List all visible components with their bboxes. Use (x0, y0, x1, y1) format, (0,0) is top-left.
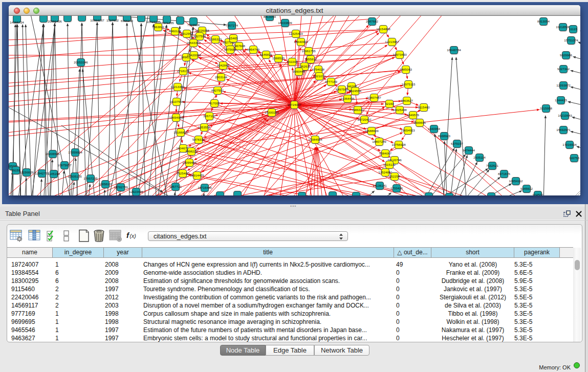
svg-text:20206536: 20206536 (46, 152, 60, 156)
svg-text:7632621: 7632621 (486, 164, 499, 167)
svg-text:18226058: 18226058 (195, 29, 209, 32)
svg-text:19654923: 19654923 (401, 128, 415, 132)
svg-text:12325419: 12325419 (289, 32, 303, 35)
svg-text:15720407: 15720407 (357, 118, 372, 121)
svg-text:9329966: 9329966 (560, 53, 573, 57)
svg-text:2935114: 2935114 (473, 156, 486, 159)
svg-text:21364436: 21364436 (340, 97, 355, 100)
svg-text:1640954: 1640954 (428, 127, 441, 130)
svg-text:19384554: 19384554 (308, 138, 322, 141)
svg-text:2967608: 2967608 (233, 44, 246, 48)
svg-text:7357274: 7357274 (226, 24, 238, 27)
svg-text:9245612: 9245612 (520, 187, 533, 190)
svg-text:9463627: 9463627 (401, 99, 413, 102)
svg-text:18724007: 18724007 (287, 103, 301, 106)
svg-text:8938923: 8938923 (438, 134, 451, 138)
svg-text:16914479: 16914479 (190, 173, 204, 177)
svg-text:8186323: 8186323 (209, 37, 222, 41)
svg-text:16154808: 16154808 (376, 27, 390, 31)
svg-text:5875685: 5875685 (224, 48, 237, 51)
svg-text:16961755: 16961755 (301, 49, 316, 53)
svg-text:16210643: 16210643 (558, 114, 572, 117)
svg-text:8454749: 8454749 (247, 48, 260, 51)
svg-text:13524851: 13524851 (378, 170, 393, 174)
svg-text:9990448: 9990448 (293, 70, 306, 73)
svg-text:1615132: 1615132 (383, 163, 396, 166)
svg-text:14055724: 14055724 (10, 20, 24, 24)
svg-text:2718176: 2718176 (177, 69, 190, 73)
svg-text:1527602: 1527602 (106, 18, 119, 22)
svg-text:9227342: 9227342 (557, 67, 570, 71)
svg-text:10025438: 10025438 (393, 108, 407, 112)
svg-text:15716485: 15716485 (198, 186, 212, 189)
svg-text:1621072: 1621072 (313, 74, 326, 78)
svg-text:6379197: 6379197 (451, 142, 464, 145)
svg-text:16782759: 16782759 (114, 185, 128, 189)
svg-text:1733426: 1733426 (390, 186, 403, 190)
svg-text:16640910: 16640910 (294, 40, 308, 43)
svg-text:14136141: 14136141 (373, 184, 387, 187)
svg-text:17016504: 17016504 (562, 143, 577, 146)
svg-text:8427552: 8427552 (211, 89, 224, 92)
svg-text:7625402: 7625402 (177, 171, 189, 175)
svg-text:16648784: 16648784 (447, 48, 461, 52)
svg-text:19166825: 19166825 (173, 130, 188, 134)
svg-text:16543382: 16543382 (186, 41, 201, 45)
svg-text:832203: 832203 (287, 60, 298, 63)
svg-text:6966160: 6966160 (121, 19, 134, 23)
svg-text:1588520: 1588520 (272, 56, 285, 60)
svg-text:8813054: 8813054 (537, 19, 550, 23)
svg-text:1145194: 1145194 (48, 172, 60, 176)
svg-text:12505135: 12505135 (68, 174, 82, 178)
svg-text:22420046: 22420046 (187, 53, 201, 57)
svg-text:1353554: 1353554 (198, 125, 211, 129)
svg-text:12213967: 12213967 (385, 40, 399, 43)
svg-text:14099483: 14099483 (182, 161, 197, 164)
svg-text:(x): (x) (130, 233, 136, 239)
svg-text:9699695: 9699695 (413, 121, 426, 124)
svg-text:116753: 116753 (569, 156, 580, 160)
svg-text:10653267: 10653267 (90, 18, 104, 22)
svg-text:15692971: 15692971 (556, 128, 571, 132)
svg-text:8912952: 8912952 (181, 32, 193, 35)
svg-text:7955812: 7955812 (304, 57, 317, 61)
svg-text:10807487: 10807487 (367, 96, 381, 99)
svg-text:10975657: 10975657 (57, 163, 72, 167)
svg-text:10756928: 10756928 (391, 143, 406, 146)
svg-text:7663822: 7663822 (152, 25, 165, 29)
svg-text:9327503: 9327503 (193, 34, 206, 38)
svg-text:16033809: 16033809 (278, 21, 292, 25)
svg-text:20691406: 20691406 (48, 19, 62, 23)
svg-text:16107554: 16107554 (169, 100, 184, 103)
svg-text:9857721: 9857721 (169, 185, 182, 188)
svg-text:20053346: 20053346 (74, 60, 88, 64)
svg-text:12213369: 12213369 (170, 85, 185, 89)
svg-text:25300203: 25300203 (265, 111, 279, 114)
svg-text:3267110: 3267110 (203, 114, 215, 118)
svg-text:12093872: 12093872 (556, 83, 571, 87)
svg-text:9115460: 9115460 (418, 105, 430, 109)
svg-text:19654985: 19654985 (169, 116, 183, 119)
svg-text:8960124: 8960124 (169, 29, 182, 33)
svg-text:15751074: 15751074 (564, 38, 578, 42)
svg-text:9146821: 9146821 (260, 53, 273, 56)
svg-text:924502: 924502 (533, 193, 543, 195)
svg-text:252254: 252254 (389, 174, 400, 178)
svg-text:10688609: 10688609 (364, 129, 379, 133)
svg-text:1362615: 1362615 (298, 64, 311, 68)
svg-text:6497568: 6497568 (336, 87, 349, 91)
svg-text:5878334: 5878334 (192, 138, 205, 141)
svg-text:12975115: 12975115 (401, 82, 416, 86)
svg-text:15465: 15465 (229, 36, 238, 40)
svg-text:8813054: 8813054 (264, 16, 276, 18)
svg-text:17957235: 17957235 (83, 177, 98, 180)
svg-text:9084067: 9084067 (379, 151, 392, 155)
svg-text:62160: 62160 (385, 102, 394, 105)
svg-text:10719185: 10719185 (146, 20, 161, 24)
svg-text:12923446: 12923446 (129, 190, 143, 193)
svg-text:18807249: 18807249 (372, 140, 386, 143)
svg-text:2087682: 2087682 (366, 19, 379, 23)
svg-text:10958107: 10958107 (98, 182, 113, 186)
svg-text:11123: 11123 (569, 27, 578, 31)
svg-text:3624554: 3624554 (349, 89, 362, 93)
